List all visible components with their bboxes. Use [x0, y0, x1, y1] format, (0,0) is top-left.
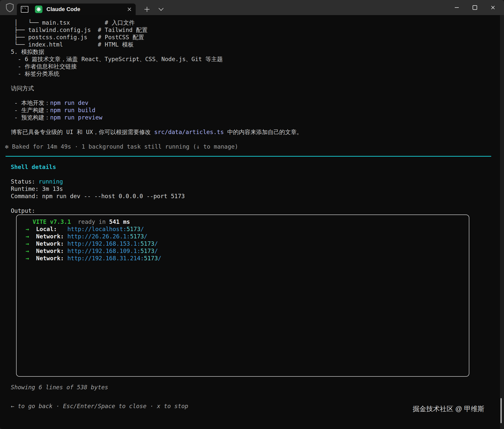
section-separator — [6, 156, 491, 157]
terminal-line: Runtime: 3m 13s — [11, 185, 500, 193]
terminal-window: C:\_ Claude Code │ └── main.tsx # 入口文件 ├… — [0, 0, 504, 429]
terminal-line — [11, 136, 500, 143]
terminal-line: - 6 篇技术文章，涵盖 React、TypeScript、CSS、Node.j… — [11, 56, 500, 63]
terminal-line: Showing 6 lines of 538 bytes — [11, 384, 500, 391]
shield-icon — [6, 3, 14, 12]
terminal-line: → Network: http://26.26.26.1:5173/ — [26, 233, 464, 240]
tab-title: Claude Code — [46, 6, 127, 13]
watermark: 掘金技术社区 @ 甲维斯 — [413, 404, 484, 413]
terminal-line: → Local: http://localhost:5173/ — [26, 226, 464, 233]
close-button[interactable] — [484, 0, 502, 15]
new-tab-button[interactable] — [143, 6, 151, 13]
terminal-line: └── index.html # HTML 模板 — [11, 41, 500, 48]
tab-close-icon[interactable] — [127, 7, 132, 12]
terminal-line: VITE v7.3.1 ready in 541 ms — [26, 218, 464, 226]
terminal-line: │ └── main.tsx # 入口文件 — [11, 19, 500, 26]
terminal-line: → Network: http://192.168.153.1:5173/ — [26, 240, 464, 247]
maximize-button[interactable] — [466, 0, 484, 15]
terminal-line: → Network: http://192.168.31.214:5173/ — [26, 255, 464, 262]
terminal-line — [11, 171, 500, 178]
tab-claude-code[interactable]: C:\_ Claude Code — [17, 4, 136, 15]
scrollbar-thumb[interactable] — [500, 398, 502, 423]
terminal-line: - 标签分类系统 — [11, 70, 500, 77]
terminal-line: - 预览构建：npm run preview — [11, 114, 500, 121]
terminal-line — [11, 77, 500, 85]
minimize-button[interactable] — [448, 0, 466, 15]
cmd-terminal-icon: C:\_ — [21, 6, 28, 13]
terminal-line: - 作者信息和社交链接 — [11, 63, 500, 70]
terminal-line: Status: running — [11, 178, 500, 185]
terminal-line: ├── tailwind.config.js # Tailwind 配置 — [11, 26, 500, 34]
terminal-content[interactable]: │ └── main.tsx # 入口文件 ├── tailwind.confi… — [0, 15, 500, 429]
terminal-line: Shell details — [11, 163, 500, 171]
terminal-line: 访问方式 — [11, 85, 500, 92]
terminal-line: Command: npm run dev -- --host 0.0.0.0 -… — [11, 193, 500, 200]
terminal-line: → Network: http://192.168.109.1:5173/ — [26, 247, 464, 255]
terminal-line — [11, 121, 500, 128]
terminal-line: - 生产构建：npm run build — [11, 107, 500, 114]
terminal-line: Output: — [11, 207, 500, 214]
claude-code-icon — [35, 6, 42, 13]
terminal-line — [11, 200, 500, 207]
terminal-line: 5. 模拟数据 — [11, 48, 500, 56]
terminal-line: ✻ Baked for 14m 49s · 1 background task … — [5, 143, 500, 150]
terminal-line: 博客已具备专业级的 UI 和 UX，你可以根据需要修改 src/data/art… — [11, 128, 500, 136]
window-controls — [448, 0, 502, 15]
output-box: VITE v7.3.1 ready in 541 ms→ Local: http… — [16, 214, 469, 377]
terminal-line: ├── postcss.config.js # PostCSS 配置 — [11, 34, 500, 41]
terminal-line: - 本地开发：npm run dev — [11, 99, 500, 107]
chevron-down-icon[interactable] — [159, 6, 164, 11]
title-bar: C:\_ Claude Code — [0, 0, 504, 15]
terminal-line — [11, 92, 500, 99]
scrollbar-track — [500, 15, 504, 429]
